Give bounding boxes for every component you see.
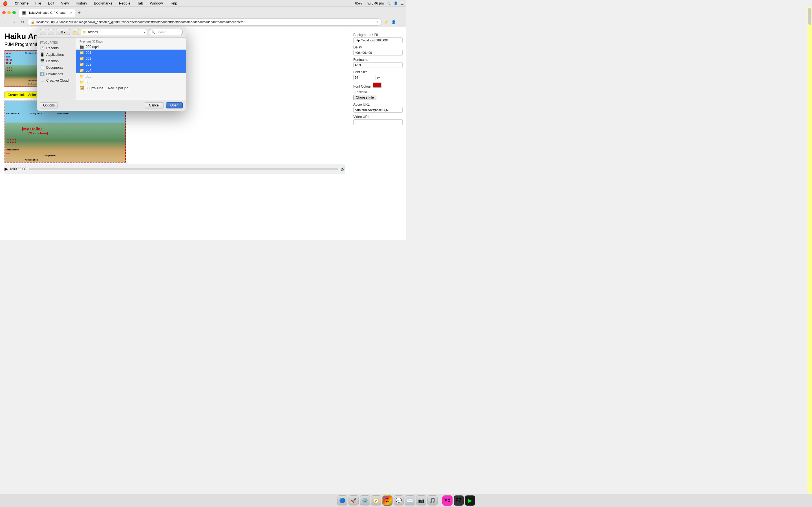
- active-tab[interactable]: H Haiku Animated GIF Creator - ×: [19, 9, 75, 17]
- tab-favicon: H: [22, 11, 26, 15]
- browser-toolbar: ‹ › ↻ 🔒 localhost:8888/Htdocs/PHP/animeg…: [0, 17, 406, 27]
- view-chevron: ▾: [64, 31, 65, 34]
- minimize-window-btn[interactable]: [7, 11, 11, 14]
- menu-view[interactable]: View: [60, 1, 70, 5]
- sidebar-desktop[interactable]: 🖥️ Desktop: [37, 58, 76, 64]
- dialog-options-btn[interactable]: Options: [40, 102, 58, 108]
- recents-icon: 🕐: [40, 46, 45, 50]
- menu-bookmarks[interactable]: Bookmarks: [93, 1, 113, 5]
- address-bar[interactable]: 🔒 localhost:8888/Htdocs/PHP/animegif/hai…: [28, 18, 382, 25]
- menu-history[interactable]: History: [74, 1, 88, 5]
- apple-menu[interactable]: 🍎: [2, 1, 8, 6]
- control-strip-icon[interactable]: ☰: [401, 1, 404, 5]
- sidebar-documents[interactable]: 📄 Documents: [37, 64, 76, 71]
- forward-btn[interactable]: ›: [11, 18, 17, 25]
- file-item-006[interactable]: 📁 006: [76, 79, 186, 85]
- reload-btn[interactable]: ↻: [19, 18, 26, 25]
- browser-chrome: H Haiku Animated GIF Creator - × + ‹ › ↻…: [0, 7, 406, 27]
- audio-url-input[interactable]: [353, 107, 403, 113]
- wc-arrows-1: ▲▲▲▲▲▲: [6, 66, 13, 71]
- audio-url-label: Audio URL: [353, 103, 403, 107]
- applications-label: Applications: [46, 53, 64, 57]
- extensions-icon[interactable]: ⚡: [384, 19, 389, 25]
- downloads-icon: ⬇️: [40, 72, 45, 76]
- file-item-jupiter[interactable]: 🖼️ 330px-Jupit..._Red_Spot.jpg: [76, 85, 186, 91]
- volume-icon[interactable]: 🔊: [340, 167, 345, 171]
- fontname-label: Fontname: [353, 58, 403, 62]
- dialog-forward-btn[interactable]: ›: [48, 29, 54, 35]
- file-name-006: 006: [86, 80, 91, 84]
- menu-tab[interactable]: Tab: [136, 1, 144, 5]
- menu-chrome[interactable]: Chrome: [13, 1, 30, 5]
- preview-label-precipitation: Precipitation: [31, 112, 42, 114]
- fontsize-input[interactable]: [353, 75, 376, 80]
- file-icon-004: 📁: [80, 68, 84, 72]
- preview-label-evaporation: Evaporation: [45, 154, 56, 156]
- menu-icon[interactable]: ⋮: [398, 19, 404, 25]
- dialog-back-btn[interactable]: ‹: [40, 29, 46, 35]
- desktop-icon: 🖥️: [40, 59, 45, 63]
- profile-icon[interactable]: 👤: [391, 19, 396, 25]
- maximize-window-btn[interactable]: [12, 11, 16, 14]
- dialog-sidebar: Favourites 🕐 Recents 📱 Applications 🖥️ D…: [37, 38, 76, 100]
- sidebar-recents[interactable]: 🕐 Recents: [37, 45, 76, 51]
- dialog-view-btn[interactable]: ⊞ ▾: [56, 29, 70, 35]
- file-item-004[interactable]: 📁 004: [76, 67, 186, 73]
- menu-people[interactable]: People: [118, 1, 132, 5]
- video-url-input[interactable]: [353, 119, 403, 125]
- haiku-line-4: four: [6, 61, 12, 64]
- documents-label: Documents: [46, 66, 63, 69]
- file-name-003: 003: [86, 62, 91, 66]
- file-item-005[interactable]: 📁 005: [76, 73, 186, 79]
- recents-label: Recents: [46, 46, 59, 50]
- choose-file-btn[interactable]: Choose File: [353, 95, 376, 100]
- sidebar-downloads[interactable]: ⬇️ Downloads: [37, 71, 76, 77]
- dialog-toolbar: ‹ › ⊞ ▾ 📁 📁 htdocs ▾ 🔍 Search: [37, 27, 186, 38]
- dialog-open-btn[interactable]: Open: [166, 102, 183, 108]
- menu-edit[interactable]: Edit: [47, 1, 55, 5]
- menu-bar: 🍎 Chrome File Edit View History Bookmark…: [0, 0, 406, 7]
- bookmark-icon[interactable]: ☆: [376, 20, 378, 24]
- dialog-cancel-btn[interactable]: Cancel: [145, 102, 163, 108]
- preview-label-condensation: Condensation: [6, 112, 19, 114]
- close-window-btn[interactable]: [2, 11, 6, 14]
- file-item-000mp4[interactable]: 🎬 000.mp4: [76, 44, 186, 50]
- fontname-input[interactable]: [353, 62, 403, 68]
- sidebar-creative-cloud[interactable]: ☁️ Creative Cloud...: [37, 77, 76, 83]
- color-swatch[interactable]: [373, 82, 382, 88]
- file-name-jupiter: 330px-Jupit..._Red_Spot.jpg: [86, 86, 128, 90]
- file-dialog[interactable]: ‹ › ⊞ ▾ 📁 📁 htdocs ▾ 🔍 Search Favourites: [37, 27, 186, 111]
- file-item-002[interactable]: 📁 002: [76, 55, 186, 61]
- dialog-search-placeholder: Search: [156, 31, 166, 34]
- search-icon[interactable]: 🔍: [387, 1, 391, 5]
- user-icon[interactable]: 👤: [394, 1, 398, 5]
- right-sidebar: Background URL Delay Fontname Font Size …: [350, 27, 406, 240]
- menu-window[interactable]: Window: [149, 1, 164, 5]
- file-item-001[interactable]: 📁 001: [76, 50, 186, 55]
- menu-file[interactable]: File: [34, 1, 42, 5]
- file-item-003[interactable]: 📁 003: [76, 61, 186, 67]
- dialog-folder-btn[interactable]: 📁: [71, 29, 79, 35]
- wc-label-condensation: Condensation: [28, 83, 38, 85]
- dialog-search-bar[interactable]: 🔍 Search: [149, 29, 183, 35]
- dialog-search-icon: 🔍: [151, 31, 155, 34]
- preview-arrows: ▲▲▲▲▲▲▲▲: [7, 138, 17, 144]
- haiku-line-1: one: [6, 52, 12, 55]
- progress-bar-container[interactable]: [29, 168, 338, 170]
- fontsize-label: Font Size: [353, 70, 403, 74]
- delay-input[interactable]: [353, 50, 403, 55]
- file-icon-006: 📁: [80, 80, 84, 84]
- dialog-location-bar[interactable]: 📁 htdocs ▾: [81, 29, 147, 35]
- new-tab-btn[interactable]: +: [76, 9, 83, 16]
- wc-label-precipitation: Precipitation: [28, 80, 37, 81]
- delay-label: Delay: [353, 45, 403, 49]
- menu-help[interactable]: Help: [168, 1, 179, 5]
- play-btn[interactable]: ▶: [4, 166, 8, 172]
- bg-url-label: Background URL: [353, 33, 403, 37]
- file-icon-002: 📁: [80, 56, 84, 61]
- sidebar-applications[interactable]: 📱 Applications: [37, 51, 76, 58]
- tab-close-btn[interactable]: ×: [70, 11, 72, 14]
- preview-label-transpiration: Transpiration: [6, 149, 18, 151]
- back-btn[interactable]: ‹: [2, 18, 9, 25]
- bg-url-input[interactable]: [353, 38, 403, 43]
